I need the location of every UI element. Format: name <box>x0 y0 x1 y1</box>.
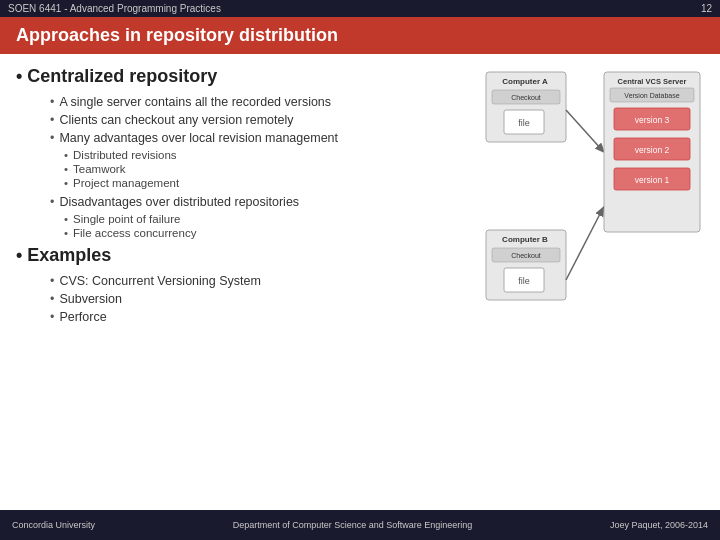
svg-text:version 1: version 1 <box>635 175 670 185</box>
vcs-diagram: Computer A Checkout file Central VCS Ser… <box>484 66 704 492</box>
svg-line-23 <box>566 210 602 280</box>
top-bar: SOEN 6441 - Advanced Programming Practic… <box>0 0 720 17</box>
advantages-sub-bullets: • Distributed revisions • Teamwork • Pro… <box>64 149 468 189</box>
bullet-subversion: • Subversion <box>50 292 468 306</box>
footer: Concordia University Department of Compu… <box>0 510 720 540</box>
svg-text:Version Database: Version Database <box>624 92 679 99</box>
disadvantages-sub-bullets: • Single point of failure • File access … <box>64 213 468 239</box>
svg-text:Computer A: Computer A <box>502 77 548 86</box>
footer-left: Concordia University <box>12 520 95 530</box>
slide-header: Approaches in repository distribution <box>0 17 720 54</box>
bullet-single-server: • A single server contains all the recor… <box>50 95 468 109</box>
bullet-disadvantages: • Disadvantages over distributed reposit… <box>50 195 468 209</box>
main-content: • Centralized repository • A single serv… <box>0 54 720 504</box>
examples-title: • Examples <box>16 245 468 266</box>
course-title: SOEN 6441 - Advanced Programming Practic… <box>8 3 221 14</box>
svg-text:Checkout: Checkout <box>511 94 541 101</box>
svg-text:file: file <box>518 276 530 286</box>
centralized-bullets: • A single server contains all the recor… <box>40 95 468 239</box>
sub-bullet-single-point: • Single point of failure <box>64 213 468 225</box>
svg-text:version 2: version 2 <box>635 145 670 155</box>
svg-text:Central VCS Server: Central VCS Server <box>618 77 687 86</box>
sub-bullet-file-access: • File access concurrency <box>64 227 468 239</box>
diagram-svg: Computer A Checkout file Central VCS Ser… <box>484 70 704 370</box>
bullet-advantages: • Many advantages over local revision ma… <box>50 131 468 145</box>
svg-text:version 3: version 3 <box>635 115 670 125</box>
left-content: • Centralized repository • A single serv… <box>16 66 468 492</box>
sub-bullet-distributed: • Distributed revisions <box>64 149 468 161</box>
bullet-cvs: • CVS: Concurrent Versioning System <box>50 274 468 288</box>
svg-line-6 <box>566 110 602 150</box>
header-title: Approaches in repository distribution <box>16 25 338 45</box>
sub-bullet-teamwork: • Teamwork <box>64 163 468 175</box>
footer-center: Department of Computer Science and Softw… <box>233 520 473 530</box>
centralized-title: • Centralized repository <box>16 66 468 87</box>
svg-text:Checkout: Checkout <box>511 252 541 259</box>
sub-bullet-project-mgmt: • Project management <box>64 177 468 189</box>
bullet-checkout: • Clients can checkout any version remot… <box>50 113 468 127</box>
svg-text:file: file <box>518 118 530 128</box>
slide-number: 12 <box>701 3 712 14</box>
svg-text:Computer B: Computer B <box>502 235 548 244</box>
centralized-title-bullet: • <box>16 66 27 86</box>
examples-bullets: • CVS: Concurrent Versioning System • Su… <box>40 274 468 324</box>
footer-right: Joey Paquet, 2006-2014 <box>610 520 708 530</box>
bullet-perforce: • Perforce <box>50 310 468 324</box>
